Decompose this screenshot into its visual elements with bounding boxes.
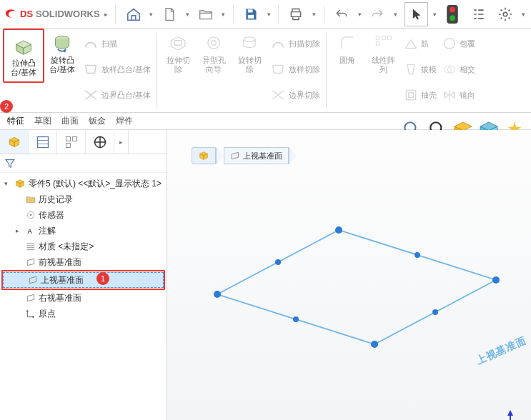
shell-icon	[404, 88, 418, 102]
mirror-button[interactable]: 镜向	[441, 83, 477, 107]
tab-weldment[interactable]: 焊件	[116, 115, 133, 127]
select-tool[interactable]	[405, 2, 428, 26]
revolve-cut-button[interactable]: 旋转切 除	[232, 29, 267, 112]
origin-icon	[26, 309, 36, 319]
sweep-button[interactable]: 扫描	[81, 31, 152, 56]
save-button[interactable]	[239, 2, 263, 26]
tree-root[interactable]: ▾ 零件5 (默认) <<默认>_显示状态 1>	[1, 176, 165, 191]
print-icon	[288, 7, 304, 21]
undo-button[interactable]	[330, 2, 354, 26]
open-folder-icon	[198, 7, 214, 21]
sweep-cut-button[interactable]: 扫描切除	[269, 31, 322, 56]
shell-button[interactable]: 抽壳	[402, 83, 438, 107]
boundary-boss-button[interactable]: 边界凸台/基体	[81, 83, 152, 107]
manager-more-tab[interactable]: ▸	[114, 130, 129, 154]
svg-rect-21	[37, 136, 48, 147]
print-dd[interactable]: ▾	[311, 11, 318, 18]
print-button[interactable]	[284, 2, 308, 26]
svg-point-34	[275, 259, 281, 265]
material-icon	[26, 241, 36, 251]
draft-icon	[404, 62, 418, 76]
settings-dd[interactable]: ▾	[520, 11, 527, 18]
svg-point-8	[212, 41, 217, 46]
feature-tree-tab[interactable]	[0, 130, 29, 154]
revolve-boss-button[interactable]: 旋转凸 台/基体	[44, 29, 80, 112]
tree-top-plane[interactable]: 上视基准面	[3, 272, 164, 288]
extrude-cut-button[interactable]: 拉伸切 除	[160, 29, 196, 112]
plane-icon	[230, 151, 240, 161]
open-button[interactable]	[194, 2, 217, 26]
dimxpert-tab[interactable]	[86, 130, 114, 154]
undo-icon	[334, 8, 349, 21]
crumb-part[interactable]	[192, 147, 216, 164]
plane-icon	[28, 275, 38, 285]
linear-pattern-icon	[374, 34, 392, 52]
svg-point-33	[371, 341, 378, 348]
extrude-boss-highlight: 拉伸凸 台/基体	[3, 29, 44, 83]
undo-dd[interactable]: ▾	[356, 11, 363, 18]
loft-cut-button[interactable]: 放样切除	[269, 57, 322, 81]
linear-pattern-button[interactable]: 线性阵 列	[365, 29, 401, 112]
feature-tree: ▾ 零件5 (默认) <<默认>_显示状态 1> 历史记录 传感器 ▸ A 注解	[0, 173, 167, 324]
tree-sensors[interactable]: 传感器	[1, 207, 165, 223]
svg-rect-1	[248, 14, 254, 18]
svg-point-30	[214, 291, 221, 298]
tree-right-plane[interactable]: 右视基准面	[1, 290, 165, 306]
brand: DS SOLIDWORKS	[4, 8, 100, 21]
config-manager-tab[interactable]	[57, 130, 86, 154]
tree-filter[interactable]	[0, 154, 167, 173]
tab-sketch[interactable]: 草图	[34, 115, 51, 127]
loft-icon	[83, 61, 99, 77]
svg-point-35	[415, 252, 420, 258]
wrap-button[interactable]: 包覆	[441, 31, 477, 56]
property-manager-tab[interactable]	[29, 130, 57, 154]
extrude-boss-icon	[13, 36, 34, 56]
manager-tabs: ▸	[0, 130, 167, 154]
tab-features[interactable]: 特征	[7, 115, 24, 127]
new-button[interactable]	[158, 2, 182, 26]
loft-boss-button[interactable]: 放样凸台/基体	[81, 57, 152, 81]
tree-front-plane[interactable]: 前视基准面	[1, 254, 165, 270]
home-dd[interactable]: ▾	[148, 11, 155, 18]
extrude-boss-button[interactable]: 拉伸凸 台/基体	[6, 31, 41, 80]
list-button[interactable]	[467, 2, 491, 26]
save-dd[interactable]: ▾	[265, 11, 272, 18]
triad-icon	[496, 409, 531, 420]
hole-wizard-button[interactable]: 异型孔 向导	[196, 29, 232, 112]
tab-sheetmetal[interactable]: 钣金	[89, 115, 106, 127]
tab-surface[interactable]: 曲面	[61, 115, 79, 127]
open-dd[interactable]: ▾	[220, 11, 227, 18]
intersect-icon	[442, 62, 457, 76]
redo-dd[interactable]: ▾	[392, 11, 400, 18]
settings-button[interactable]	[494, 2, 517, 26]
ribbon: 拉伸凸 台/基体 2 旋转凸 台/基体 扫描 放样凸台/基体 边界凸台/基体 拉…	[0, 29, 531, 113]
crumb-plane[interactable]: 上视基准面	[224, 147, 289, 164]
select-dd[interactable]: ▾	[431, 11, 438, 18]
draft-button[interactable]: 拔模	[402, 57, 438, 81]
home-button[interactable]	[121, 2, 145, 26]
graphics-area[interactable]: 上视基准面	[167, 130, 531, 420]
redo-button[interactable]	[366, 2, 389, 26]
new-file-icon	[162, 6, 177, 22]
tree-annotations[interactable]: ▸ A 注解	[1, 223, 165, 239]
intersect-button[interactable]: 相交	[441, 57, 477, 81]
svg-point-5	[503, 12, 507, 16]
tree-origin[interactable]: 原点	[1, 306, 165, 321]
svg-marker-29	[217, 230, 496, 344]
brand-dropdown-icon[interactable]: ▸	[103, 11, 110, 18]
fillet-button[interactable]: 圆角	[329, 29, 365, 112]
rib-button[interactable]: 筋	[402, 31, 438, 56]
svg-rect-15	[409, 93, 414, 98]
boundary-cut-button[interactable]: 边界切除	[269, 83, 322, 107]
svg-point-27	[30, 214, 31, 216]
part-icon	[14, 178, 26, 189]
tree-material[interactable]: 材质 <未指定>	[1, 239, 165, 254]
new-dd[interactable]: ▾	[184, 11, 192, 18]
svg-rect-23	[72, 136, 76, 141]
part-icon	[198, 150, 209, 161]
svg-point-36	[432, 309, 438, 315]
tree-history[interactable]: 历史记录	[1, 191, 165, 207]
boundary-icon	[83, 87, 99, 103]
stoplight-button[interactable]	[441, 2, 465, 26]
plane-icon	[26, 257, 36, 267]
